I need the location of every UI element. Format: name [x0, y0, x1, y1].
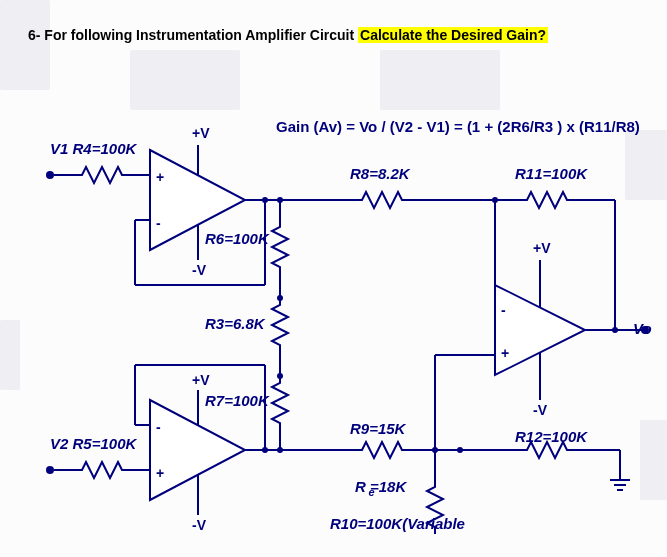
svg-text:-: -	[156, 419, 161, 435]
label-r3: R3=6.8K	[205, 315, 265, 332]
question-text: 6- For following Instrumentation Amplifi…	[28, 27, 548, 43]
label-r10: R10=100K(Variable	[330, 515, 465, 532]
svg-text:-V: -V	[192, 517, 207, 533]
label-v2: V2 R5=100K	[50, 435, 136, 452]
label-r9: R9=15K	[350, 420, 405, 437]
svg-text:-: -	[156, 215, 161, 231]
label-r12: R12=100K	[515, 428, 587, 445]
label-r7: R7=100K	[205, 392, 269, 409]
question-highlight: Calculate the Desired Gain?	[358, 27, 548, 43]
svg-text:+V: +V	[533, 240, 551, 256]
svg-point-17	[262, 197, 268, 203]
svg-point-68	[612, 327, 618, 333]
svg-point-59	[457, 447, 463, 453]
svg-text:+V: +V	[192, 372, 210, 388]
svg-text:+: +	[156, 465, 164, 481]
svg-point-41	[277, 447, 283, 453]
question-prefix: 6- For following Instrumentation Amplifi…	[28, 27, 358, 43]
svg-text:-V: -V	[533, 402, 548, 418]
label-re: R =18K e	[355, 478, 417, 495]
svg-point-33	[262, 447, 268, 453]
label-vo: Vo	[633, 320, 652, 337]
label-r11: R11=100K	[515, 165, 587, 182]
svg-text:+: +	[156, 169, 164, 185]
minusV-label: -V	[192, 262, 207, 278]
label-r6: R6=100K	[205, 230, 269, 247]
svg-text:-: -	[501, 302, 506, 318]
label-v1: V1 R4=100K	[50, 140, 136, 157]
plusV-label: +V	[192, 125, 210, 141]
svg-point-4	[46, 171, 54, 179]
svg-text:+: +	[501, 345, 509, 361]
label-r8: R8=8.2K	[350, 165, 410, 182]
circuit-diagram: Gain (Av) = Vo / (V2 - V1) = (1 + (2R6/R…	[20, 100, 660, 550]
svg-point-18	[46, 466, 54, 474]
